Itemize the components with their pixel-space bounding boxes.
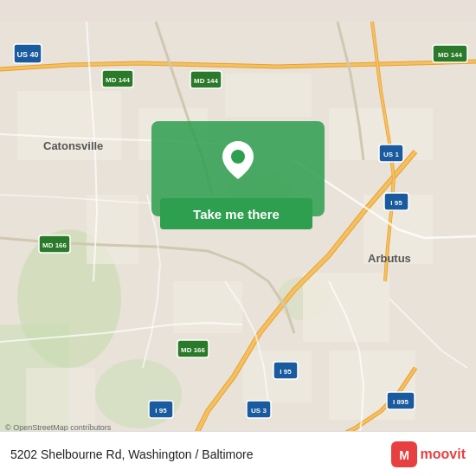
moovit-icon: M: [391, 441, 417, 467]
svg-text:I 95: I 95: [280, 368, 292, 376]
address-text: 5202 Shelbourne Rd, Washington / Baltimo…: [10, 447, 253, 461]
bottom-bar: 5202 Shelbourne Rd, Washington / Baltimo…: [0, 431, 476, 476]
svg-text:MD 166: MD 166: [42, 241, 68, 249]
svg-point-44: [231, 150, 245, 164]
svg-text:MD 144: MD 144: [194, 77, 219, 85]
take-me-there-button[interactable]: Take me there: [160, 198, 312, 229]
moovit-logo: M moovit: [391, 441, 466, 467]
svg-rect-8: [225, 74, 312, 117]
svg-text:US 3: US 3: [251, 407, 267, 415]
svg-text:Catonsville: Catonsville: [43, 139, 103, 152]
svg-text:I 95: I 95: [155, 407, 167, 415]
svg-text:US 40: US 40: [16, 50, 38, 59]
svg-rect-12: [173, 281, 242, 333]
map-background: US 40 MD 144 MD 144 MD 144 US 1 I 95 I 9…: [0, 0, 476, 476]
location-pin: [221, 143, 255, 177]
svg-text:MD 144: MD 144: [438, 51, 463, 59]
svg-text:MD 166: MD 166: [181, 346, 206, 354]
cta-label: Take me there: [193, 207, 280, 222]
moovit-text: moovit: [421, 447, 466, 462]
svg-text:Arbutus: Arbutus: [368, 252, 411, 265]
svg-text:I 95: I 95: [390, 199, 402, 207]
svg-text:MD 144: MD 144: [106, 76, 131, 84]
svg-rect-11: [303, 273, 389, 342]
svg-text:M: M: [399, 448, 409, 462]
svg-text:US 1: US 1: [383, 151, 399, 158]
svg-text:I 895: I 895: [393, 398, 408, 406]
map-container: US 40 MD 144 MD 144 MD 144 US 1 I 95 I 9…: [0, 0, 476, 476]
